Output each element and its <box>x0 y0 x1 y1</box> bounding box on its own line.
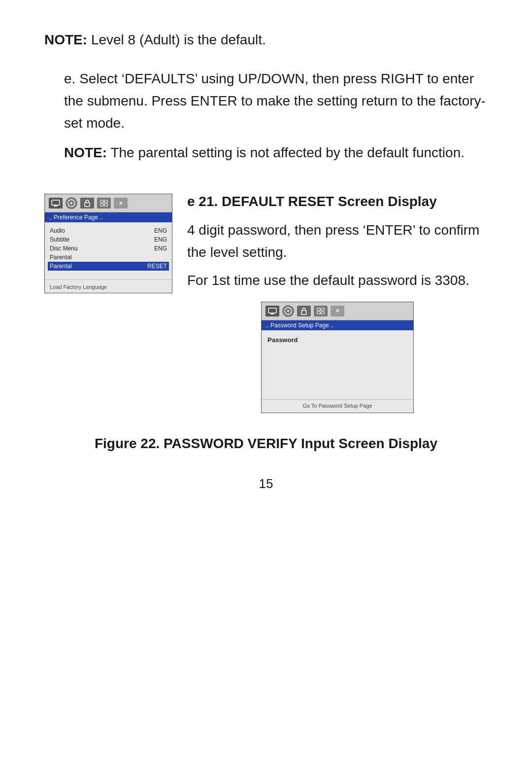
menu-row-disc-menu: Disc MenuENG <box>50 244 167 253</box>
disc-icon-22 <box>282 305 294 317</box>
screen-nav-21: .. Preference Page .. <box>45 212 172 222</box>
close-icon-22: ✕ <box>331 306 344 316</box>
tv-icon-22 <box>266 306 279 316</box>
page-number: 15 <box>44 476 488 491</box>
svg-rect-17 <box>321 308 324 311</box>
svg-rect-9 <box>104 204 107 206</box>
note-1-bold: NOTE: <box>44 32 87 47</box>
svg-rect-18 <box>317 312 320 314</box>
tv-icon <box>49 198 63 209</box>
list-item-e: e. Select ‘DEFAULTS’ using UP/DOWN, then… <box>64 68 488 164</box>
svg-rect-15 <box>301 311 306 315</box>
svg-rect-5 <box>85 203 90 207</box>
svg-rect-19 <box>321 312 324 314</box>
note-2-text: The parental setting is not affected by … <box>107 145 465 160</box>
screen-22-footer: Go To Password Setup Page <box>262 399 413 413</box>
svg-point-4 <box>70 202 72 204</box>
lock-icon <box>80 198 94 209</box>
menu-row-audio: AudioENG <box>50 226 167 235</box>
svg-rect-0 <box>52 200 60 205</box>
svg-rect-6 <box>100 200 103 203</box>
figure-21-desc2: For 1st time use the default password is… <box>187 270 488 292</box>
note-1-text: Level 8 (Adult) is the default. <box>87 32 266 47</box>
menu-row-subtitle: SubtitleENG <box>50 235 167 244</box>
disc-icon <box>66 197 77 209</box>
grid-icon-22 <box>314 306 328 316</box>
screen-nav-22: .. Password Setup Page .. <box>262 320 413 330</box>
menu-row-password: Password <box>267 335 407 345</box>
screen-mockup-22: ✕ .. Password Setup Page .. Password Go … <box>261 302 414 413</box>
grid-icon <box>97 198 111 209</box>
svg-rect-7 <box>104 200 107 203</box>
close-icon-21: ✕ <box>114 198 128 209</box>
screen-footer-21: Load Factory Language <box>45 280 172 293</box>
figure-21-desc1: 4 digit password, then press ‘ENTER’ to … <box>187 219 488 264</box>
screen-icons-21: ✕ <box>45 194 172 212</box>
figure-21-text: e 21. DEFAULT RESET Screen Display 4 dig… <box>187 194 488 420</box>
svg-rect-10 <box>268 308 276 313</box>
svg-point-14 <box>287 310 289 312</box>
menu-row-parental-reset: ParentalRESET <box>48 262 169 271</box>
screen-mockup-21: ✕ .. Preference Page .. AudioENG Subtitl… <box>44 194 172 293</box>
screen-menu-21: AudioENG SubtitleENG Disc MenuENG Parent… <box>45 222 172 275</box>
figure-21-area: ✕ .. Preference Page .. AudioENG Subtitl… <box>44 194 488 420</box>
screen-icons-22: ✕ <box>262 302 413 320</box>
note-2: NOTE: The parental setting is not affect… <box>64 142 488 164</box>
item-e-text: e. Select ‘DEFAULTS’ using UP/DOWN, then… <box>64 71 486 131</box>
svg-rect-8 <box>100 204 103 206</box>
figure-21-title: e 21. DEFAULT RESET Screen Display <box>187 194 488 210</box>
note-1: NOTE: Level 8 (Adult) is the default. <box>44 30 488 50</box>
screen-22-body: Password <box>262 330 413 399</box>
lock-icon-22 <box>297 306 311 316</box>
menu-row-parental: Parental <box>50 253 167 262</box>
svg-rect-16 <box>317 308 320 311</box>
figure-22-caption: Figure 22. PASSWORD VERIFY Input Screen … <box>44 436 488 452</box>
note-2-bold: NOTE: <box>64 145 107 160</box>
